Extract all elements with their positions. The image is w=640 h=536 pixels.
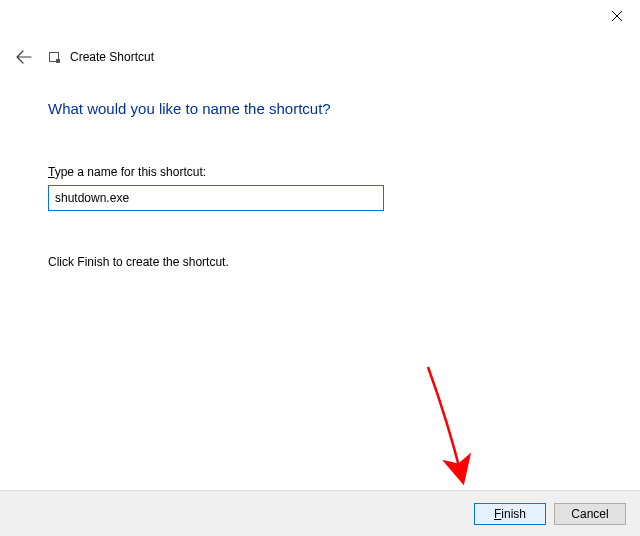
- annotation-arrow: [398, 362, 478, 492]
- arrow-left-icon: [16, 50, 32, 64]
- name-field-label: Type a name for this shortcut:: [48, 165, 600, 179]
- titlebar: [0, 0, 640, 32]
- wizard-footer: Finish Cancel: [0, 490, 640, 536]
- instruction-text: Click Finish to create the shortcut.: [48, 255, 600, 269]
- finish-button[interactable]: Finish: [474, 503, 546, 525]
- shortcut-icon: [46, 49, 62, 65]
- close-button[interactable]: [594, 0, 640, 32]
- cancel-button[interactable]: Cancel: [554, 503, 626, 525]
- wizard-header: Create Shortcut: [10, 42, 640, 72]
- back-button[interactable]: [10, 43, 38, 71]
- shortcut-name-input[interactable]: [48, 185, 384, 211]
- page-heading: What would you like to name the shortcut…: [48, 100, 600, 117]
- close-icon: [612, 11, 622, 21]
- wizard-title: Create Shortcut: [70, 50, 154, 64]
- wizard-content: What would you like to name the shortcut…: [48, 100, 600, 269]
